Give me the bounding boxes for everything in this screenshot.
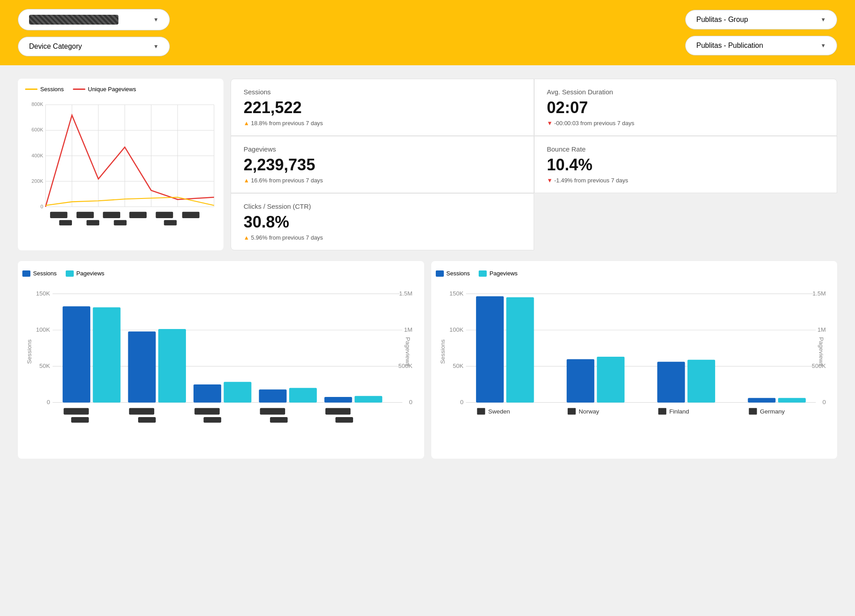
svg-rect-41 xyxy=(63,306,90,402)
svg-rect-25 xyxy=(114,220,127,225)
publication-arrow: ▼ xyxy=(821,42,826,49)
pageviews-change-text: 16.6% from previous 7 days xyxy=(251,177,323,184)
device-category-label: Device Category xyxy=(29,42,82,51)
svg-rect-22 xyxy=(182,212,200,218)
right-bar-chart-svg: 150K 100K 50K 0 1.5M 1M 500K 0 Sessions … xyxy=(436,281,829,452)
svg-text:1M: 1M xyxy=(817,326,826,333)
sessions-stat-label: Sessions xyxy=(244,88,521,96)
svg-rect-77 xyxy=(566,359,594,403)
svg-text:Sessions: Sessions xyxy=(26,339,33,364)
svg-text:Finland: Finland xyxy=(669,408,689,415)
avg-session-label: Avg. Session Duration xyxy=(547,88,825,96)
date-range-value xyxy=(29,15,118,25)
publication-dropdown[interactable]: Publitas - Publication ▼ xyxy=(685,36,837,55)
sessions-legend-label: Sessions xyxy=(40,86,64,93)
svg-rect-24 xyxy=(87,220,100,225)
svg-rect-81 xyxy=(748,398,775,402)
svg-rect-87 xyxy=(658,408,666,415)
top-section: Sessions Unique Pageviews 800K 600K 400K… xyxy=(18,79,837,250)
svg-text:Sessions: Sessions xyxy=(439,339,446,364)
svg-rect-44 xyxy=(158,329,186,402)
svg-rect-20 xyxy=(129,212,147,218)
right-bar-legend: Sessions Pageviews xyxy=(436,270,829,277)
header: ▼ Device Category ▼ Publitas - Group ▼ P… xyxy=(0,0,855,65)
publication-label: Publitas - Publication xyxy=(696,42,763,50)
group-label: Publitas - Group xyxy=(696,16,748,24)
svg-text:100K: 100K xyxy=(36,326,50,333)
svg-text:0: 0 xyxy=(409,399,413,405)
pageviews-stat-change: ▲ 16.6% from previous 7 days xyxy=(244,177,521,184)
sessions-change-text: 18.8% from previous 7 days xyxy=(251,120,323,127)
svg-rect-42 xyxy=(93,308,121,403)
avg-session-down-icon: ▼ xyxy=(547,120,554,127)
svg-text:Sweden: Sweden xyxy=(488,408,510,415)
svg-rect-26 xyxy=(164,220,177,225)
svg-rect-53 xyxy=(194,408,219,415)
bottom-section: Sessions Pageviews 150K 100K 50K 0 1.5M … xyxy=(18,261,837,459)
right-pageviews-legend: Pageviews xyxy=(479,270,518,277)
date-range-dropdown[interactable]: ▼ xyxy=(18,9,170,30)
svg-text:100K: 100K xyxy=(449,326,463,333)
stats-grid: Sessions 221,522 ▲ 18.8% from previous 7… xyxy=(231,79,837,250)
svg-text:1.5M: 1.5M xyxy=(812,290,826,297)
group-dropdown[interactable]: Publitas - Group ▼ xyxy=(685,10,837,30)
line-chart-card: Sessions Unique Pageviews 800K 600K 400K… xyxy=(18,79,223,250)
svg-rect-23 xyxy=(59,220,72,225)
svg-rect-51 xyxy=(63,408,88,415)
svg-text:150K: 150K xyxy=(449,290,463,297)
svg-rect-46 xyxy=(224,382,252,402)
svg-text:1M: 1M xyxy=(404,326,413,333)
svg-text:800K: 800K xyxy=(32,101,44,107)
ctr-label: Clicks / Session (CTR) xyxy=(244,203,521,210)
svg-text:Pageviews: Pageviews xyxy=(404,337,411,367)
svg-rect-89 xyxy=(749,408,757,415)
svg-text:Germany: Germany xyxy=(760,408,785,415)
svg-rect-50 xyxy=(354,396,382,403)
svg-rect-45 xyxy=(194,384,221,403)
sessions-stat-value: 221,522 xyxy=(244,98,521,117)
svg-rect-78 xyxy=(597,357,624,402)
left-sessions-legend-label: Sessions xyxy=(33,270,57,277)
pageviews-legend-label: Unique Pageviews xyxy=(88,86,136,93)
left-sessions-legend: Sessions xyxy=(22,270,57,277)
svg-text:50K: 50K xyxy=(452,363,463,369)
sessions-stat-change: ▲ 18.8% from previous 7 days xyxy=(244,120,521,127)
svg-rect-21 xyxy=(156,212,173,218)
svg-rect-18 xyxy=(76,212,94,218)
pageviews-up-icon: ▲ xyxy=(244,177,251,184)
sessions-stat: Sessions 221,522 ▲ 18.8% from previous 7… xyxy=(231,79,534,136)
svg-text:150K: 150K xyxy=(36,290,50,297)
left-pageviews-legend-label: Pageviews xyxy=(76,270,105,277)
device-category-dropdown[interactable]: Device Category ▼ xyxy=(18,37,170,56)
left-bar-chart-card: Sessions Pageviews 150K 100K 50K 0 1.5M … xyxy=(18,261,424,459)
pageviews-stat-value: 2,239,735 xyxy=(244,156,521,174)
svg-rect-56 xyxy=(71,417,88,422)
ctr-value: 30.8% xyxy=(244,213,521,232)
right-pageviews-legend-label: Pageviews xyxy=(489,270,518,277)
svg-rect-19 xyxy=(103,212,120,218)
left-sessions-legend-color xyxy=(22,270,30,277)
svg-text:50K: 50K xyxy=(39,363,50,369)
left-bar-chart-svg: 150K 100K 50K 0 1.5M 1M 500K 0 Sessions … xyxy=(22,281,415,452)
ctr-stat: Clicks / Session (CTR) 30.8% ▲ 5.96% fro… xyxy=(231,193,534,250)
ctr-change: ▲ 5.96% from previous 7 days xyxy=(244,234,521,241)
ctr-up-icon: ▲ xyxy=(244,234,251,241)
svg-rect-57 xyxy=(138,417,156,422)
svg-rect-54 xyxy=(260,408,285,415)
pageviews-stat: Pageviews 2,239,735 ▲ 16.6% from previou… xyxy=(231,136,534,193)
pageviews-legend-line xyxy=(73,89,85,90)
svg-text:0: 0 xyxy=(822,399,826,405)
svg-rect-79 xyxy=(657,362,685,402)
header-right-dropdowns: Publitas - Group ▼ Publitas - Publicatio… xyxy=(685,10,837,55)
right-sessions-legend-label: Sessions xyxy=(446,270,470,277)
svg-text:0: 0 xyxy=(460,399,463,405)
right-sessions-legend-color xyxy=(436,270,444,277)
svg-rect-83 xyxy=(477,408,485,415)
bounce-rate-value: 10.4% xyxy=(547,156,825,174)
svg-rect-60 xyxy=(336,417,353,422)
right-sessions-legend: Sessions xyxy=(436,270,470,277)
left-pageviews-legend: Pageviews xyxy=(66,270,105,277)
sessions-legend-item: Sessions xyxy=(25,86,64,93)
main-content: Sessions Unique Pageviews 800K 600K 400K… xyxy=(0,65,855,472)
right-bar-chart-card: Sessions Pageviews 150K 100K 50K 0 1.5M … xyxy=(431,261,838,459)
